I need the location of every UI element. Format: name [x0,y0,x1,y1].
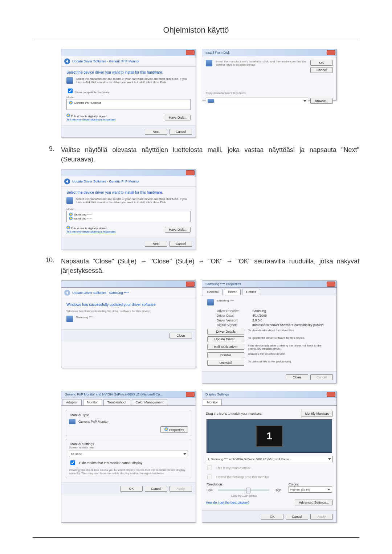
button-description: If the device fails after updating the d… [248,344,331,350]
main-monitor-checkbox [207,465,212,470]
tab-general[interactable]: General [203,289,222,295]
next-button[interactable]: Next [145,241,167,247]
tab-color-management[interactable]: Color Management [132,399,168,405]
cancel-button: Cancel [310,374,333,380]
resolution-value: 1280 by 1024 pixels [207,494,281,497]
ok-button[interactable]: OK [310,60,333,66]
button-description: To view details about the driver files. [248,329,331,332]
update-driver-button[interactable]: Update Driver... [207,336,244,342]
tab-monitor[interactable]: Monitor [83,399,102,405]
cancel-button[interactable]: Cancel [170,129,192,135]
close-button[interactable]: Close [170,333,192,338]
close-icon[interactable] [327,50,335,55]
cancel-button[interactable]: Cancel [170,241,192,247]
uninstall-button[interactable]: Uninstall [207,360,244,366]
tab-monitor[interactable]: Monitor [203,399,222,405]
next-button[interactable]: Next [145,129,167,135]
have-disk-button[interactable]: Have Disk... [165,227,191,233]
close-icon[interactable] [186,170,195,175]
field-value: 2.0.0.0 [252,319,262,322]
copy-from-combo[interactable] [206,98,308,104]
close-icon[interactable] [327,392,335,397]
colors-combo[interactable]: Highest (32 bit) [289,486,332,493]
identify-monitors-button[interactable]: Identify Monitors [301,411,333,416]
browse-button[interactable]: Browse... [310,98,333,104]
refresh-rate-label: Screen refresh rate: [69,446,188,449]
why-signing-link[interactable]: Tell me why driver signing is important [66,230,115,233]
apply-button: Apply [170,486,192,492]
refresh-rate-value: 60 Hertz [71,452,82,456]
model-list[interactable]: Generic PnP Monitor [66,99,191,110]
page-title: Ohjelmiston käyttö [33,25,359,35]
back-icon[interactable] [64,58,70,64]
hide-modes-checkbox[interactable] [70,460,75,465]
rollback-driver-button[interactable]: Roll Back Driver [207,344,244,350]
tab-driver[interactable]: Driver [224,289,241,295]
copy-from-label: Copy manufacturer's files from: [206,91,333,95]
dialog-title: Install From Disk [203,51,326,54]
ok-button[interactable]: OK [261,514,283,520]
back-icon [64,290,70,296]
cancel-button[interactable]: Cancel [145,486,167,492]
monitor-type-value: Generic PnP Monitor [78,420,109,423]
footer-divider [33,537,359,538]
cancel-button[interactable]: Cancel [310,67,333,73]
driver-details-button[interactable]: Driver Details [207,329,244,335]
monitor-select-combo[interactable]: 1. Samsung **** on NVIDIA GeForce 6600 L… [206,456,333,462]
close-icon[interactable] [186,282,195,287]
disable-button[interactable]: Disable [207,352,244,358]
monitor-properties-dialog: Generic PnP Monitor and NVIDIA GeForce 6… [61,391,196,523]
breadcrumb: Update Driver Software - Samsung **** [72,291,129,295]
field-value: 4/14/2005 [252,314,267,317]
close-icon[interactable] [327,282,335,287]
disk-icon [66,77,73,84]
disk-icon [206,60,212,66]
breadcrumb: Update Driver Software - Generic PnP Mon… [72,59,139,63]
monitor-select-value: 1. Samsung **** on NVIDIA GeForce 6600 L… [208,457,291,461]
field-label: Driver Provider: [217,309,249,313]
field-value: microsoft windows hardware compatibility… [252,323,324,327]
hide-modes-label: Hide modes that this monitor cannot disp… [79,461,143,465]
close-icon[interactable] [186,392,195,397]
cancel-button[interactable]: Cancel [286,514,308,520]
group-title: Monitor Type [69,413,91,417]
have-disk-button[interactable]: Have Disk... [165,115,191,120]
signed-driver-label: This driver is digitally signed. [71,227,108,230]
close-icon[interactable] [186,50,195,55]
update-driver-dialog-1: Update Driver Software - Generic PnP Mon… [61,49,196,138]
monitor-icon [207,299,214,305]
resolution-label: Resolution: [207,483,281,486]
why-signing-link[interactable]: Tell me why driver signing is important [66,118,115,121]
breadcrumb: Update Driver Software - Generic PnP Mon… [72,180,139,183]
button-description: To update the driver software for this d… [248,336,331,340]
best-display-link[interactable]: How do I get the best display? [206,501,250,504]
drive-icon [208,99,214,103]
show-compatible-checkbox[interactable] [68,89,73,93]
dialog-title: Display Settings [203,393,326,396]
model-list[interactable]: Samsung **** Samsung **** [66,211,191,222]
tab-details[interactable]: Details [242,289,260,295]
device-name: Samsung **** [217,299,234,302]
update-driver-dialog-2: Update Driver Software - Generic PnP Mon… [61,169,196,250]
tab-troubleshoot[interactable]: Troubleshoot [103,399,130,405]
field-label: Driver Date: [217,314,249,317]
monitor-preview[interactable]: 1 [207,419,332,453]
list-item[interactable]: Generic PnP Monitor [74,101,101,104]
shield-icon [66,226,70,229]
apply-button: Apply [310,514,333,520]
dialog-title: Samsung **** Properties [203,282,326,286]
button-description: To uninstall the driver (Advanced). [248,360,331,363]
properties-button[interactable]: Properties [160,426,188,433]
close-button[interactable]: Close [286,374,308,380]
tab-adapter[interactable]: Adapter [62,399,82,405]
dialog-title: Generic PnP Monitor and NVIDIA GeForce 6… [62,393,185,396]
monitor-thumbnail[interactable]: 1 [256,426,283,447]
list-item[interactable]: Samsung **** [74,213,91,216]
chevron-down-icon [328,458,331,460]
resolution-slider[interactable] [218,489,270,491]
advanced-settings-button[interactable]: Advanced Settings... [295,500,333,505]
list-item[interactable]: Samsung **** [74,217,91,220]
back-icon[interactable] [64,178,70,184]
ok-button[interactable]: OK [120,486,143,492]
refresh-rate-combo[interactable]: 60 Hertz [69,451,188,457]
